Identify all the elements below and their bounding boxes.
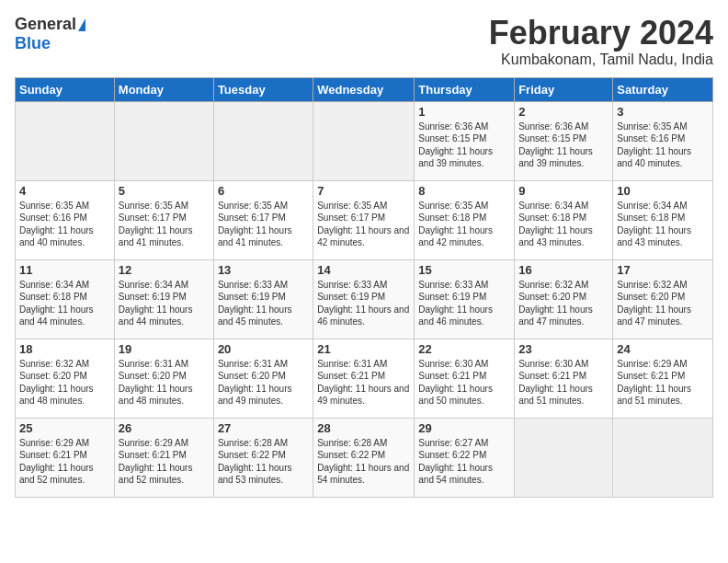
calendar-cell: 22Sunrise: 6:30 AM Sunset: 6:21 PM Dayli… [415,339,515,418]
day-number: 9 [518,184,609,198]
day-number: 22 [418,342,510,356]
calendar-cell: 6Sunrise: 6:35 AM Sunset: 6:17 PM Daylig… [213,180,313,259]
day-info: Sunrise: 6:32 AM Sunset: 6:20 PM Dayligh… [19,358,110,408]
day-info: Sunrise: 6:34 AM Sunset: 6:19 PM Dayligh… [119,279,210,328]
calendar-cell: 15Sunrise: 6:33 AM Sunset: 6:19 PM Dayli… [415,259,515,339]
logo-triangle-icon [78,18,85,31]
calendar-cell: 11Sunrise: 6:34 AM Sunset: 6:18 PM Dayli… [16,259,115,339]
day-info: Sunrise: 6:32 AM Sunset: 6:20 PM Dayligh… [518,279,609,328]
calendar-cell [313,101,415,180]
header-day-wednesday: Wednesday [313,77,415,101]
calendar-cell [16,101,115,180]
header-day-tuesday: Tuesday [213,77,313,101]
calendar-header-row: SundayMondayTuesdayWednesdayThursdayFrid… [16,77,713,101]
calendar-cell: 29Sunrise: 6:27 AM Sunset: 6:22 PM Dayli… [415,418,515,497]
header-day-saturday: Saturday [613,77,713,101]
header-day-thursday: Thursday [415,77,515,101]
day-number: 26 [119,421,210,435]
calendar-cell: 18Sunrise: 6:32 AM Sunset: 6:20 PM Dayli… [16,339,115,418]
calendar-week-4: 18Sunrise: 6:32 AM Sunset: 6:20 PM Dayli… [16,339,713,418]
day-number: 17 [617,263,709,277]
calendar-week-3: 11Sunrise: 6:34 AM Sunset: 6:18 PM Dayli… [16,259,713,339]
header: General Blue February 2024 Kumbakonam, T… [15,15,713,68]
calendar-cell: 21Sunrise: 6:31 AM Sunset: 6:21 PM Dayli… [313,339,415,418]
calendar-cell: 23Sunrise: 6:30 AM Sunset: 6:21 PM Dayli… [515,339,613,418]
day-number: 11 [19,263,110,277]
day-info: Sunrise: 6:35 AM Sunset: 6:18 PM Dayligh… [418,200,510,249]
day-number: 16 [518,263,609,277]
calendar-cell: 28Sunrise: 6:28 AM Sunset: 6:22 PM Dayli… [313,418,415,497]
day-number: 1 [418,105,510,119]
day-info: Sunrise: 6:35 AM Sunset: 6:16 PM Dayligh… [19,200,110,249]
calendar-table: SundayMondayTuesdayWednesdayThursdayFrid… [15,77,713,498]
calendar-cell: 13Sunrise: 6:33 AM Sunset: 6:19 PM Dayli… [213,259,313,339]
day-number: 8 [418,184,510,198]
calendar-cell [114,101,213,180]
day-number: 2 [518,105,609,119]
header-day-monday: Monday [114,77,213,101]
day-number: 20 [218,342,309,356]
day-number: 13 [218,263,309,277]
calendar-week-1: 1Sunrise: 6:36 AM Sunset: 6:15 PM Daylig… [16,101,713,180]
calendar-cell: 10Sunrise: 6:34 AM Sunset: 6:18 PM Dayli… [613,180,713,259]
calendar-title: February 2024 [489,15,713,52]
day-info: Sunrise: 6:35 AM Sunset: 6:17 PM Dayligh… [317,200,410,249]
day-info: Sunrise: 6:29 AM Sunset: 6:21 PM Dayligh… [19,437,110,487]
header-day-friday: Friday [515,77,613,101]
day-number: 15 [418,263,510,277]
calendar-cell: 1Sunrise: 6:36 AM Sunset: 6:15 PM Daylig… [415,101,515,180]
day-number: 7 [317,184,410,198]
logo-blue-text: Blue [15,34,51,53]
day-number: 6 [218,184,309,198]
day-info: Sunrise: 6:33 AM Sunset: 6:19 PM Dayligh… [418,279,510,328]
day-info: Sunrise: 6:34 AM Sunset: 6:18 PM Dayligh… [19,279,110,328]
day-info: Sunrise: 6:30 AM Sunset: 6:21 PM Dayligh… [518,358,609,408]
day-info: Sunrise: 6:31 AM Sunset: 6:21 PM Dayligh… [317,358,410,408]
day-number: 19 [119,342,210,356]
calendar-cell: 24Sunrise: 6:29 AM Sunset: 6:21 PM Dayli… [613,339,713,418]
calendar-cell: 25Sunrise: 6:29 AM Sunset: 6:21 PM Dayli… [16,418,115,497]
calendar-cell: 8Sunrise: 6:35 AM Sunset: 6:18 PM Daylig… [415,180,515,259]
day-number: 28 [317,421,410,435]
calendar-cell: 27Sunrise: 6:28 AM Sunset: 6:22 PM Dayli… [213,418,313,497]
calendar-cell: 19Sunrise: 6:31 AM Sunset: 6:20 PM Dayli… [114,339,213,418]
day-number: 24 [617,342,709,356]
day-info: Sunrise: 6:33 AM Sunset: 6:19 PM Dayligh… [218,279,309,328]
calendar-cell: 4Sunrise: 6:35 AM Sunset: 6:16 PM Daylig… [16,180,115,259]
calendar-cell: 17Sunrise: 6:32 AM Sunset: 6:20 PM Dayli… [613,259,713,339]
day-info: Sunrise: 6:29 AM Sunset: 6:21 PM Dayligh… [119,437,210,487]
day-info: Sunrise: 6:36 AM Sunset: 6:15 PM Dayligh… [418,121,510,170]
calendar-cell: 20Sunrise: 6:31 AM Sunset: 6:20 PM Dayli… [213,339,313,418]
day-info: Sunrise: 6:35 AM Sunset: 6:16 PM Dayligh… [617,121,709,170]
day-info: Sunrise: 6:34 AM Sunset: 6:18 PM Dayligh… [617,200,709,249]
day-number: 25 [19,421,110,435]
day-number: 4 [19,184,110,198]
day-number: 23 [518,342,609,356]
calendar-cell: 5Sunrise: 6:35 AM Sunset: 6:17 PM Daylig… [114,180,213,259]
calendar-cell: 9Sunrise: 6:34 AM Sunset: 6:18 PM Daylig… [515,180,613,259]
day-info: Sunrise: 6:33 AM Sunset: 6:19 PM Dayligh… [317,279,410,328]
day-info: Sunrise: 6:28 AM Sunset: 6:22 PM Dayligh… [317,437,410,487]
day-info: Sunrise: 6:34 AM Sunset: 6:18 PM Dayligh… [518,200,609,249]
day-info: Sunrise: 6:29 AM Sunset: 6:21 PM Dayligh… [617,358,709,408]
day-number: 5 [119,184,210,198]
calendar-cell: 7Sunrise: 6:35 AM Sunset: 6:17 PM Daylig… [313,180,415,259]
calendar-cell: 2Sunrise: 6:36 AM Sunset: 6:15 PM Daylig… [515,101,613,180]
day-info: Sunrise: 6:31 AM Sunset: 6:20 PM Dayligh… [119,358,210,408]
day-info: Sunrise: 6:36 AM Sunset: 6:15 PM Dayligh… [518,121,609,170]
logo: General Blue [15,15,85,53]
calendar-week-5: 25Sunrise: 6:29 AM Sunset: 6:21 PM Dayli… [16,418,713,497]
calendar-cell: 26Sunrise: 6:29 AM Sunset: 6:21 PM Dayli… [114,418,213,497]
day-number: 14 [317,263,410,277]
calendar-subtitle: Kumbakonam, Tamil Nadu, India [489,52,713,68]
calendar-cell [613,418,713,497]
calendar-cell [515,418,613,497]
day-info: Sunrise: 6:35 AM Sunset: 6:17 PM Dayligh… [218,200,309,249]
day-number: 3 [617,105,709,119]
day-info: Sunrise: 6:32 AM Sunset: 6:20 PM Dayligh… [617,279,709,328]
day-info: Sunrise: 6:35 AM Sunset: 6:17 PM Dayligh… [119,200,210,249]
header-day-sunday: Sunday [16,77,115,101]
day-number: 21 [317,342,410,356]
logo-general-text: General [15,15,76,34]
day-number: 12 [119,263,210,277]
